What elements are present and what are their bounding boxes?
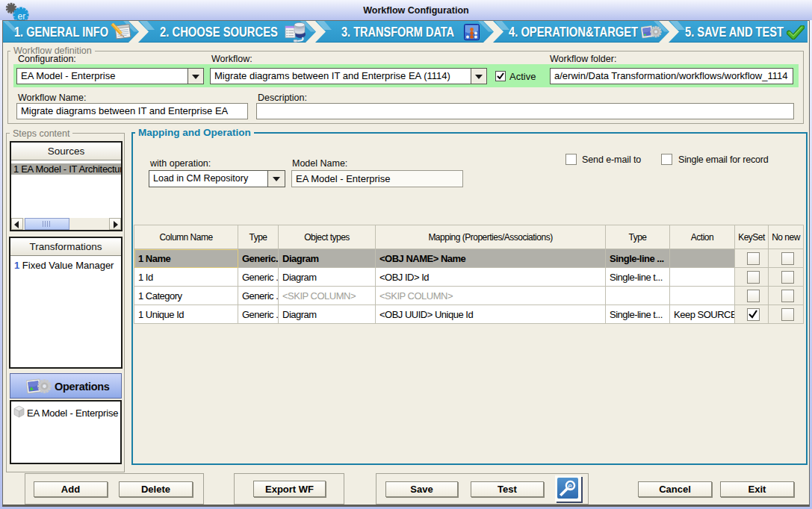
svg-text:e: e [568,482,572,490]
